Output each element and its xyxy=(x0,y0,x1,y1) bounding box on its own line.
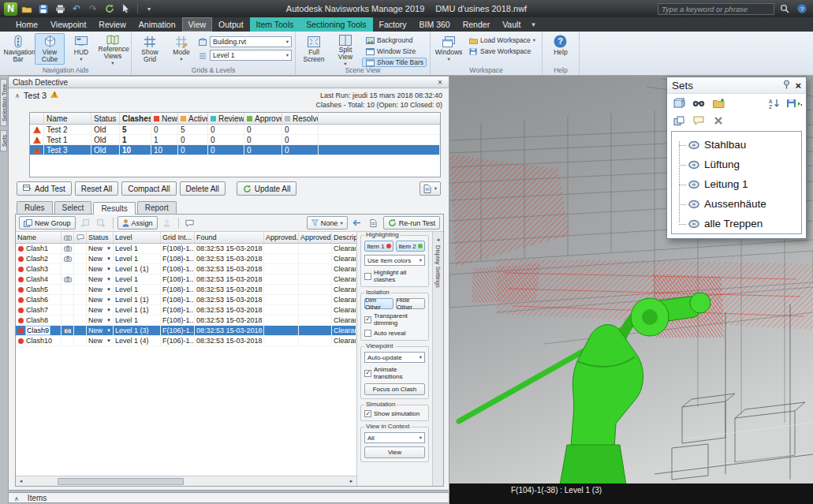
display-settings-tab[interactable]: ◂ Display Settings xyxy=(432,232,443,486)
delete-all-button[interactable]: Delete All xyxy=(180,181,226,196)
highlight-all-checkbox[interactable]: Highlight all clashes xyxy=(364,269,425,283)
clash-row[interactable]: Clash7 New▼ Level 1 (1) F(108)-1... 08:3… xyxy=(16,305,356,315)
compact-all-button[interactable]: Compact All xyxy=(121,181,176,196)
status-dropdown-icon[interactable]: ▼ xyxy=(106,246,111,251)
remove-from-group-icon[interactable] xyxy=(95,216,109,230)
set-item[interactable]: Lüftung xyxy=(675,155,800,174)
set-item[interactable]: alle Treppen xyxy=(675,214,800,233)
add-to-group-icon[interactable] xyxy=(78,216,92,230)
close-icon[interactable]: × xyxy=(435,78,445,87)
transparent-dimming-checkbox[interactable]: Transparent dimming xyxy=(364,312,425,327)
clash-row[interactable]: Clash4 New▼ Level 1 F(108)-1... 08:32:53… xyxy=(16,274,356,285)
help-icon[interactable]: ? xyxy=(795,2,809,16)
clash-row[interactable]: Clash2 New▼ Level 1 F(108)-1... 08:32:53… xyxy=(16,254,356,264)
update-all-button[interactable]: Update All xyxy=(237,181,297,196)
scroll-left-icon[interactable]: ◂ xyxy=(16,478,26,484)
col-resolved[interactable]: Resolved xyxy=(282,113,319,124)
ribbon-tab[interactable]: BIM 360 xyxy=(413,17,457,32)
ribbon-tab[interactable]: View xyxy=(182,17,213,32)
add-comment-icon[interactable] xyxy=(691,114,707,128)
new-group-button[interactable]: New Group xyxy=(19,216,76,230)
collapse-icon[interactable]: ∧ xyxy=(14,494,19,502)
col-status[interactable]: Status xyxy=(91,113,120,124)
set-item[interactable]: Stahlbau xyxy=(675,135,800,155)
status-dropdown-icon[interactable]: ▼ xyxy=(106,338,111,343)
ribbon-tab[interactable]: Render xyxy=(457,17,496,32)
reset-all-button[interactable]: Reset All xyxy=(75,181,118,196)
col-level[interactable]: Level xyxy=(114,232,161,243)
clash-row[interactable]: Clash9 New▼ Level 1 (3) F(106)-1... 08:3… xyxy=(16,326,356,336)
ribbon-tab[interactable]: Animation xyxy=(132,17,182,32)
items-bar[interactable]: ∧ Items xyxy=(8,492,449,503)
ribbon-tab[interactable]: Vault xyxy=(496,17,527,32)
rerun-test-button[interactable]: Re-run Test xyxy=(383,216,440,230)
clash-row[interactable]: Clash10 New▼ Level 1 (4) F(106)-1... 08:… xyxy=(16,336,356,346)
load-workspace-button[interactable]: Load Workspace ▾ xyxy=(465,35,539,45)
col-description[interactable]: Descriptio xyxy=(332,232,356,243)
col-active[interactable]: Active xyxy=(178,113,208,124)
test-row[interactable]: Test 3 Old 10 10 0 0 0 0 xyxy=(30,145,440,155)
assign-button[interactable]: Assign xyxy=(117,216,158,230)
grid-mode-button[interactable]: Mode ▾ xyxy=(166,33,196,65)
col-status[interactable]: Status xyxy=(87,232,114,243)
select-icon[interactable] xyxy=(119,2,133,16)
collapse-icon[interactable]: ∧ xyxy=(15,91,20,99)
clash-row[interactable]: Clash6 New▼ Level 1 (1) F(108)-1... 08:3… xyxy=(16,295,356,305)
col-name[interactable]: Name xyxy=(16,232,62,243)
full-screen-button[interactable]: Full Screen xyxy=(299,33,329,65)
close-icon[interactable]: × xyxy=(795,80,801,91)
level-select[interactable]: Level 1▾ xyxy=(210,50,292,61)
clash-row[interactable]: Clash8 New▼ Level 1 F(108)-1... 08:32:53… xyxy=(16,315,356,326)
ribbon-state-chevron-icon[interactable]: ▾ xyxy=(527,17,540,32)
ribbon-tab[interactable]: Output xyxy=(212,17,250,32)
refresh-icon[interactable] xyxy=(103,2,117,16)
ribbon-tab[interactable]: Viewpoint xyxy=(44,17,92,32)
image-column-icon[interactable] xyxy=(62,232,74,243)
sets-panel-header[interactable]: Sets × xyxy=(667,77,806,94)
save-icon[interactable] xyxy=(36,2,50,16)
qat-customize-chevron-icon[interactable]: ▾ xyxy=(142,2,156,16)
view-in-context-select[interactable]: All▾ xyxy=(364,432,425,443)
save-workspace-button[interactable]: Save Workspace xyxy=(465,47,539,56)
scrollbar-thumb[interactable] xyxy=(58,478,184,485)
report-options-button[interactable]: ▾ xyxy=(420,181,441,196)
unassign-icon[interactable] xyxy=(160,216,174,230)
open-icon[interactable] xyxy=(20,2,34,16)
status-dropdown-icon[interactable]: ▼ xyxy=(106,277,111,282)
view-button[interactable]: View xyxy=(364,446,425,458)
status-dropdown-icon[interactable]: ▼ xyxy=(106,328,111,333)
ribbon-tab[interactable]: Item Tools xyxy=(250,17,300,32)
highlight-colors-select[interactable]: Use item colors▾ xyxy=(364,255,425,266)
show-simulation-checkbox[interactable]: Show simulation xyxy=(364,410,425,417)
clash-detective-header[interactable]: Clash Detective × xyxy=(9,77,449,88)
set-item[interactable]: Leitung 1 xyxy=(675,174,800,194)
window-size-button[interactable]: Window Size xyxy=(362,47,427,56)
help-button[interactable]: ? Help xyxy=(546,33,576,65)
search-input[interactable] xyxy=(658,3,774,15)
duplicate-icon[interactable] xyxy=(671,114,687,128)
report-icon[interactable] xyxy=(367,216,381,230)
col-name[interactable]: Name xyxy=(44,113,91,124)
clash-subtab[interactable]: Rules xyxy=(17,201,53,214)
test-row[interactable]: Test 1 Old 1 1 0 0 0 0 xyxy=(30,135,440,145)
auto-reveal-checkbox[interactable]: Auto reveal xyxy=(364,330,425,337)
windows-button[interactable]: Windows ▾ xyxy=(434,33,464,65)
col-grid-intersection[interactable]: Grid Int... xyxy=(161,232,195,243)
back-arrow-icon[interactable] xyxy=(350,216,364,230)
animate-transitions-checkbox[interactable]: Animate transitions xyxy=(364,366,425,380)
col-clashes[interactable]: Clashes xyxy=(120,113,151,124)
print-icon[interactable] xyxy=(53,2,67,16)
sort-icon[interactable]: AZ xyxy=(766,96,782,110)
view-cube-button[interactable]: View Cube xyxy=(35,33,65,65)
undo-icon[interactable]: ↶ xyxy=(69,2,84,16)
status-dropdown-icon[interactable]: ▼ xyxy=(106,308,111,312)
status-dropdown-icon[interactable]: ▼ xyxy=(106,267,111,271)
save-selection-icon[interactable] xyxy=(671,96,687,110)
status-dropdown-icon[interactable]: ▼ xyxy=(106,287,111,292)
horizontal-scrollbar[interactable]: ◂ ▸ xyxy=(16,476,356,486)
new-folder-icon[interactable] xyxy=(710,96,726,110)
col-new[interactable]: New xyxy=(151,113,178,124)
find-items-icon[interactable] xyxy=(691,96,707,110)
status-dropdown-icon[interactable]: ▼ xyxy=(106,318,111,323)
add-test-button[interactable]: Add Test xyxy=(17,181,72,196)
